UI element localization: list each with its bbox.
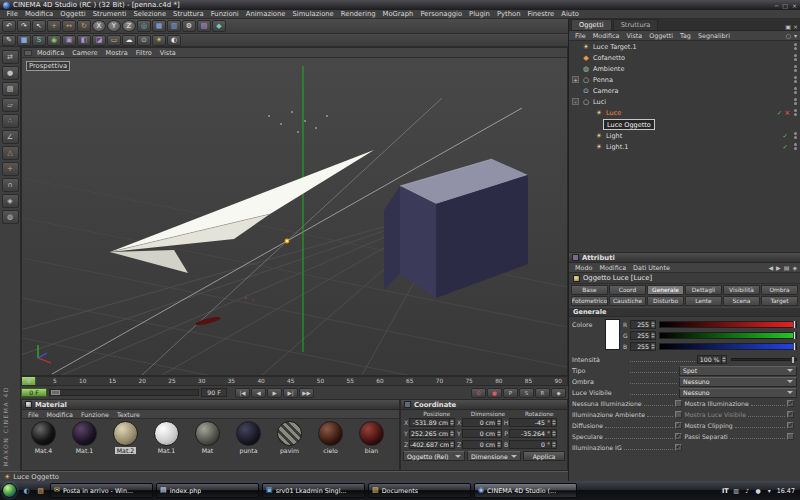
- scale-tool-icon[interactable]: ↔: [62, 20, 76, 32]
- menu-item[interactable]: Selezione: [130, 10, 170, 18]
- spinner[interactable]: [551, 430, 556, 437]
- quicklaunch-folder-icon[interactable]: ▨: [34, 484, 47, 497]
- visibility-dots[interactable]: [794, 76, 797, 83]
- visibility-dots[interactable]: [794, 65, 797, 72]
- visibility-dots[interactable]: [794, 109, 797, 116]
- section-header[interactable]: Generale: [569, 307, 800, 317]
- enabled-check-icon[interactable]: [783, 132, 788, 140]
- manager-tab[interactable]: Oggetti: [571, 19, 612, 30]
- next-frame-button[interactable]: ▶|: [283, 388, 298, 398]
- menu-item[interactable]: Oggetti: [57, 10, 89, 18]
- attribute-tab[interactable]: Ombra: [761, 285, 798, 295]
- size-field[interactable]: 0 cm: [462, 418, 502, 427]
- layout-icon[interactable]: ▧: [197, 20, 211, 32]
- tray-shield-icon[interactable]: ●: [754, 486, 763, 495]
- tree-row[interactable]: ☀ Luce Target.1: [569, 41, 800, 52]
- viewport-menu-item[interactable]: Filtro: [132, 49, 156, 57]
- move-tool-icon[interactable]: +: [47, 20, 61, 32]
- material-menu-item[interactable]: Funzione: [78, 411, 112, 418]
- material-menu-item[interactable]: Modifica: [44, 411, 76, 418]
- material-menu-item[interactable]: File: [25, 411, 42, 418]
- start-frame-field[interactable]: 0 F: [21, 388, 47, 397]
- material-menu-item[interactable]: Texture: [114, 411, 143, 418]
- position-field[interactable]: 252.265 cm: [409, 429, 455, 438]
- quicklaunch-browser-icon[interactable]: ◐: [20, 484, 33, 497]
- parameter-key-button[interactable]: ◆: [551, 388, 566, 398]
- visibility-dots[interactable]: [794, 98, 797, 105]
- menu-item[interactable]: Strumenti: [89, 10, 130, 18]
- edges-mode-icon[interactable]: ∠: [2, 130, 19, 144]
- deformer-icon[interactable]: ◪: [92, 35, 106, 46]
- object-label[interactable]: Cofanetto: [593, 54, 625, 62]
- object-label[interactable]: Luci: [593, 98, 606, 106]
- make-editable-icon[interactable]: ⇄: [2, 50, 19, 64]
- material-thumbnail[interactable]: [236, 421, 261, 446]
- rotation-field[interactable]: -45 °: [509, 418, 557, 427]
- menu-item[interactable]: Aiuto: [558, 10, 583, 18]
- enabled-check-icon[interactable]: [777, 109, 782, 117]
- tree-expander[interactable]: +: [572, 76, 579, 83]
- display-mode-icon[interactable]: ◐: [167, 35, 181, 46]
- material-thumbnail[interactable]: [195, 421, 220, 446]
- material-thumbnail[interactable]: [31, 421, 56, 446]
- spinner[interactable]: [551, 441, 556, 448]
- rotate-tool-icon[interactable]: ↻: [77, 20, 91, 32]
- timeline-slider[interactable]: [49, 389, 199, 396]
- snap-icon[interactable]: ∩: [2, 178, 19, 192]
- material-thumbnail[interactable]: [277, 421, 302, 446]
- object-label[interactable]: Light.1: [606, 143, 628, 151]
- object-label[interactable]: Penna: [593, 76, 613, 84]
- close-panel-icon[interactable]: ×: [793, 23, 798, 30]
- checkbox[interactable]: [675, 433, 682, 440]
- spinner[interactable]: [449, 441, 454, 448]
- timeline-ruler[interactable]: 051015202530354045505560657075808590: [21, 376, 568, 386]
- taskbar-window-button[interactable]: ▣ srv01 Lkadmin Singl...: [262, 483, 365, 498]
- channel-slider[interactable]: [659, 332, 797, 339]
- tray-network-icon[interactable]: ▥: [732, 486, 741, 495]
- material-item[interactable]: bian: [352, 421, 391, 454]
- boole-object-icon[interactable]: ◧: [77, 35, 91, 46]
- spinner[interactable]: [496, 430, 501, 437]
- points-mode-icon[interactable]: ∴: [2, 114, 19, 128]
- object-label[interactable]: Luce Target.1: [593, 43, 637, 51]
- menu-item[interactable]: Animazione: [242, 10, 289, 18]
- tree-row[interactable]: ◆ Cofanetto: [569, 52, 800, 63]
- tree-expander[interactable]: -: [572, 98, 579, 105]
- apply-button[interactable]: Applica: [523, 451, 565, 461]
- material-item[interactable]: pavim: [270, 421, 309, 454]
- attribute-tab[interactable]: Base: [571, 285, 608, 295]
- goto-start-button[interactable]: |◀: [235, 388, 250, 398]
- dock-icon[interactable]: ▣: [785, 23, 791, 30]
- hypernurbs-icon[interactable]: ◉: [47, 35, 61, 46]
- camera-object-icon[interactable]: ⊙: [137, 35, 151, 46]
- attribute-tab[interactable]: Dettagli: [685, 285, 722, 295]
- clock[interactable]: 16.47: [777, 487, 795, 495]
- autokey-button[interactable]: ●: [487, 388, 502, 398]
- close-button[interactable]: ×: [792, 2, 797, 9]
- tree-row[interactable]: + ○ Penna: [569, 74, 800, 85]
- objects-menu-item[interactable]: Tag: [677, 32, 694, 40]
- attributes-menu-item[interactable]: Modo: [572, 264, 595, 272]
- checkbox[interactable]: [675, 444, 682, 451]
- coordinate-system-icon[interactable]: ◎: [137, 20, 151, 32]
- start-button[interactable]: [2, 483, 17, 498]
- material-thumbnail[interactable]: [359, 421, 384, 446]
- tray-volume-icon[interactable]: ♪: [743, 486, 752, 495]
- pen-tool-icon[interactable]: ✎: [2, 35, 16, 46]
- taskbar-window-button[interactable]: ◉ CINEMA 4D Studio (...: [474, 483, 577, 498]
- scale-key-button[interactable]: S: [519, 388, 534, 398]
- back-icon[interactable]: ◀: [768, 264, 773, 271]
- render-picture-viewer-icon[interactable]: ▥: [167, 20, 181, 32]
- viewport-name-label[interactable]: Prospettiva: [26, 61, 70, 71]
- material-item[interactable]: punta: [229, 421, 268, 454]
- spinner[interactable]: [721, 356, 726, 363]
- material-thumbnail[interactable]: [318, 421, 343, 446]
- checkbox[interactable]: [787, 400, 794, 407]
- forward-icon[interactable]: ▶: [776, 264, 781, 271]
- object-axis-icon[interactable]: +: [2, 162, 19, 176]
- position-field[interactable]: -402.687 cm: [409, 440, 455, 449]
- light-object-icon[interactable]: ☀: [152, 35, 166, 46]
- viewport-solo-icon[interactable]: ◍: [2, 210, 19, 224]
- x-axis-lock-icon[interactable]: X: [92, 20, 106, 32]
- spinner[interactable]: [650, 321, 655, 328]
